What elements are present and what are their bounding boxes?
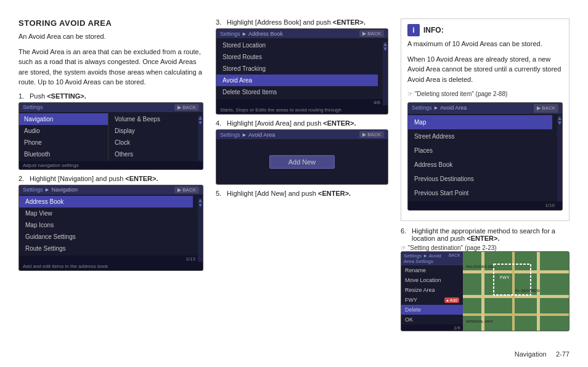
screen-nav-back: ▶ BACK [174, 187, 199, 193]
screen-row-map[interactable]: Map [408, 115, 552, 129]
scroll-down-nav[interactable] [198, 204, 202, 208]
svg-text:IMPERIAL HWY: IMPERIAL HWY [466, 320, 493, 323]
map-menu-resize[interactable]: Resize Area [401, 285, 463, 295]
screen-row-storedtracking[interactable]: Stored Tracking [216, 63, 378, 75]
ref-delete: "Deleting stored item" (page 2-88) [407, 89, 563, 99]
screen-row-addrbook2[interactable]: Address Book [408, 158, 552, 172]
screen-aa-title: Settings ► Avoid Area [220, 132, 275, 138]
screen-avoid-settings: Settings ► Avoid Area Settings BACK Rena… [401, 251, 570, 331]
screen-row-storedloc[interactable]: Stored Location [216, 39, 378, 51]
map-svg: PALISADES DEL EL SEGUNDO IMPERIAL HWY FW… [463, 252, 569, 331]
screen-row-clock[interactable]: Clock [108, 137, 198, 148]
screen-row-display[interactable]: Display [108, 125, 198, 137]
step-3-enter: <ENTER>. [333, 18, 365, 26]
screen-ab-pagination: 4/6 [216, 99, 388, 106]
scroll-bar-as [557, 115, 562, 201]
map-menu-header: Settings ► Avoid Area Settings BACK [401, 252, 463, 265]
middle-column: 3. Highlight [Address Book] and push <EN… [216, 18, 388, 355]
screen-main-back: ▶ BACK [174, 104, 199, 111]
screen-row-deletestored[interactable]: Delete Stored Items [216, 86, 378, 98]
screen-row-volume[interactable]: Volume & Beeps [108, 113, 198, 125]
svg-rect-1 [463, 270, 569, 273]
screen-row-avoidarea[interactable]: Avoid Area [216, 75, 378, 86]
info-line2: When 10 Avoid Areas are already stored, … [407, 54, 563, 85]
scroll-bar-main [198, 115, 203, 161]
screen-row-phone[interactable]: Phone [19, 137, 108, 148]
add-new-button[interactable]: Add New [269, 155, 335, 169]
screen-row-mapicons[interactable]: Map Icons [19, 219, 193, 231]
map-menu-moveloc[interactable]: Move Location [401, 275, 463, 285]
screen-addressbook: Settings ► Address Book ▶ BACK Stored Lo… [216, 28, 388, 115]
screen-row-bluetooth[interactable]: Bluetooth [19, 148, 108, 160]
map-menu-ok[interactable]: OK [401, 315, 463, 325]
scroll-down-ab[interactable] [383, 47, 387, 51]
step-5-text: Highlight [Add New] and push <ENTER>. [227, 190, 351, 197]
screen-as-pagination: 1/10 [408, 201, 562, 210]
screen-row-audio[interactable]: Audio [19, 125, 108, 137]
screen-row-others[interactable]: Others [108, 148, 198, 160]
step-2-enter: <ENTER>. [125, 175, 158, 182]
map-menu-delete[interactable]: Delete [401, 305, 463, 315]
screen-row-navigation[interactable]: Navigation [19, 113, 108, 125]
screen-row-prevstart[interactable]: Previous Start Point [408, 186, 552, 200]
step-6-text: Highlight the appropriate method to sear… [412, 227, 570, 242]
screen-main-rows: Navigation Audio Phone Bluetooth Volume … [19, 112, 203, 161]
svg-rect-4 [481, 252, 484, 331]
step-2-num: 2. [18, 175, 27, 182]
screen-aa-back: ▶ BACK [359, 131, 384, 138]
scroll-bar-ab [383, 41, 388, 105]
screen-row-streetaddr[interactable]: Street Address [408, 129, 552, 143]
map-menu-pagination: 1/6 [401, 325, 463, 331]
screen-row-storedroutes[interactable]: Stored Routes [216, 51, 378, 63]
screen-row-addressbook[interactable]: Address Book [19, 196, 193, 208]
screen-ab-header: Settings ► Address Book ▶ BACK [216, 29, 388, 38]
map-menu-back: BACK [449, 253, 460, 264]
svg-rect-3 [463, 313, 569, 316]
step-4: 4. Highlight [Avoid Area] and push <ENTE… [216, 119, 388, 185]
step-3-text: Highlight [Address Book] and push <ENTER… [227, 18, 365, 26]
screen-row-places[interactable]: Places [408, 143, 552, 158]
step-3-num: 3. [216, 18, 224, 26]
left-column: STORING AVOID AREA An Avoid Area can be … [18, 18, 203, 355]
scroll-up-nav[interactable] [198, 199, 202, 203]
screen-aa-header: Settings ► Avoid Area ▶ BACK [216, 130, 388, 139]
svg-text:FWY: FWY [500, 275, 510, 280]
screen-nav-pagination: 1/13 [19, 256, 203, 262]
step-1-enter: <SETTING>. [47, 92, 86, 100]
info-box: i INFO: A maximum of 10 Avoid Areas can … [401, 18, 570, 221]
step-3: 3. Highlight [Address Book] and push <EN… [216, 18, 388, 115]
step-4-text: Highlight [Avoid Area] and push <ENTER>. [227, 119, 356, 127]
scroll-up-as[interactable] [558, 116, 561, 120]
screen-ab-title: Settings ► Address Book [220, 31, 283, 37]
screen-as-title: Settings ► Avoid Area [412, 104, 467, 113]
map-menu: Settings ► Avoid Area Settings BACK Rena… [401, 252, 463, 331]
map-menu-fwy[interactable]: FWY ● Add [401, 295, 463, 305]
info-line1: A maximum of 10 Avoid Areas can be store… [407, 39, 563, 49]
ref-destination: "Setting destination" (page 2-23) [401, 244, 570, 251]
scroll-down-main[interactable] [198, 121, 202, 125]
map-menu-fwy-label: FWY [405, 297, 417, 303]
screen-row-prevdest[interactable]: Previous Destinations [408, 172, 552, 186]
map-background: PALISADES DEL EL SEGUNDO IMPERIAL HWY FW… [463, 252, 569, 331]
step-5: 5. Highlight [Add New] and push <ENTER>. [216, 190, 388, 197]
scroll-up-main[interactable] [198, 116, 202, 120]
right-column: i INFO: A maximum of 10 Avoid Areas can … [401, 18, 570, 355]
screen-row-route[interactable]: Route Settings [19, 243, 193, 254]
map-menu-rename[interactable]: Rename [401, 265, 463, 275]
screen-navigation: Settings ► Navigation ▶ BACK Address Boo… [18, 185, 203, 271]
scroll-up-ab[interactable] [383, 42, 387, 46]
step-5-num: 5. [216, 190, 224, 197]
screen-main-title: Settings [23, 104, 43, 110]
step-6-enter: <ENTER>. [467, 235, 499, 242]
screen-main-footer: Adjust navigation settings [19, 161, 203, 169]
screen-row-mapview[interactable]: Map View [19, 208, 193, 219]
scroll-down-as[interactable] [558, 121, 561, 125]
screen-as-rows: Map Street Address Places Address Book P… [408, 114, 562, 201]
step-6-num: 6. [401, 227, 409, 235]
screen-nav-title: Settings ► Navigation [23, 187, 78, 193]
screen-as-header: Settings ► Avoid Area ▶ BACK [408, 103, 562, 114]
scroll-bar-nav [198, 198, 203, 262]
screen-row-guidance[interactable]: Guidance Settings [19, 231, 193, 243]
add-badge: ● Add [444, 297, 459, 303]
screen-nav-footer: Add and edit items in the address book [19, 262, 203, 270]
